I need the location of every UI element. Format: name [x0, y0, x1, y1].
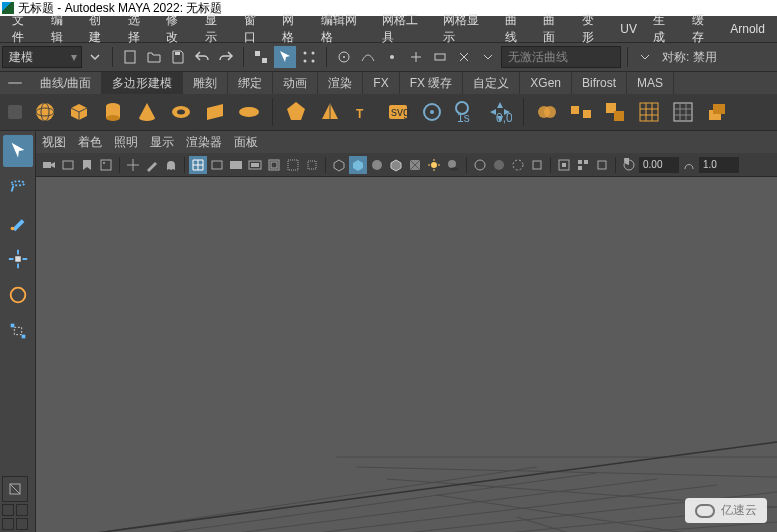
last-tool-icon[interactable]	[2, 476, 28, 502]
camera-bookmark-icon[interactable]	[78, 156, 96, 174]
menu-edit-mesh[interactable]: 编辑网格	[313, 8, 374, 50]
textured-icon[interactable]	[406, 156, 424, 174]
poly-sphere-icon[interactable]	[30, 97, 60, 127]
panel-menu-panels[interactable]: 面板	[234, 134, 258, 151]
open-scene-icon[interactable]	[143, 46, 165, 68]
menu-mesh[interactable]: 网格	[274, 8, 313, 50]
component-id-icon[interactable]	[555, 156, 573, 174]
undo-icon[interactable]	[191, 46, 213, 68]
shelf-editor-icon[interactable]	[0, 94, 30, 130]
paint-select-tool[interactable]	[3, 207, 33, 239]
menu-uv[interactable]: UV	[612, 18, 645, 40]
scale-tool[interactable]	[3, 315, 33, 347]
move-tool[interactable]	[3, 243, 33, 275]
snap-projected-icon[interactable]	[405, 46, 427, 68]
chevron-down-icon[interactable]	[477, 46, 499, 68]
lasso-tool[interactable]	[3, 171, 33, 203]
menu-curves[interactable]: 曲线	[497, 8, 536, 50]
menu-file[interactable]: 文件	[4, 8, 43, 50]
gamma-icon[interactable]	[680, 156, 698, 174]
panel-menu-lighting[interactable]: 照明	[114, 134, 138, 151]
snap-grid-icon[interactable]	[333, 46, 355, 68]
separate-icon[interactable]	[566, 97, 596, 127]
menu-arnold[interactable]: Arnold	[722, 18, 773, 40]
shelf-tab-rigging[interactable]: 绑定	[228, 72, 273, 94]
snap-curve-icon[interactable]	[357, 46, 379, 68]
use-all-lights-icon[interactable]	[425, 156, 443, 174]
menu-deform[interactable]: 变形	[574, 8, 613, 50]
redo-icon[interactable]	[215, 46, 237, 68]
xray-joints-icon[interactable]	[509, 156, 527, 174]
shadows-icon[interactable]	[444, 156, 462, 174]
menu-display[interactable]: 显示	[197, 8, 236, 50]
film-gate-icon[interactable]	[208, 156, 226, 174]
gate-mask-icon[interactable]	[246, 156, 264, 174]
booleans-icon[interactable]	[600, 97, 630, 127]
select-by-object-icon[interactable]	[274, 46, 296, 68]
grid-toggle-icon[interactable]	[189, 156, 207, 174]
motion-path-icon[interactable]: 1s	[451, 97, 481, 127]
grease-pencil-icon[interactable]	[143, 156, 161, 174]
symmetry-label[interactable]: 对称: 禁用	[658, 49, 717, 66]
sel-highlight-icon[interactable]	[528, 156, 546, 174]
panel-menu-show[interactable]: 显示	[150, 134, 174, 151]
wireframe-icon[interactable]	[330, 156, 348, 174]
select-by-component-icon[interactable]	[298, 46, 320, 68]
layout-four-icon[interactable]	[16, 504, 28, 516]
snap-plane-icon[interactable]	[429, 46, 451, 68]
shelf-tab-fx[interactable]: FX	[363, 72, 399, 94]
use-default-material-icon[interactable]	[368, 156, 386, 174]
menu-mesh-tools[interactable]: 网格工具	[374, 8, 435, 50]
smooth-shade-icon[interactable]	[349, 156, 367, 174]
poly-pyramid-icon[interactable]	[315, 97, 345, 127]
shelf-tab-rendering[interactable]: 渲染	[318, 72, 363, 94]
select-by-hierarchy-icon[interactable]	[250, 46, 272, 68]
layout-single-icon[interactable]	[2, 504, 14, 516]
camera-lock-icon[interactable]	[59, 156, 77, 174]
viewport[interactable]: 亿速云	[36, 177, 777, 532]
layout-two-v-icon[interactable]	[16, 518, 28, 530]
shelf-tab-animation[interactable]: 动画	[273, 72, 318, 94]
shelf-tab-poly[interactable]: 多边形建模	[102, 72, 183, 94]
shelf-options-icon[interactable]	[0, 72, 30, 94]
smooth-icon[interactable]	[634, 97, 664, 127]
poly-count-icon[interactable]	[574, 156, 592, 174]
snap-live-icon[interactable]	[453, 46, 475, 68]
poly-cone-icon[interactable]	[132, 97, 162, 127]
menu-mesh-display[interactable]: 网格显示	[435, 8, 496, 50]
image-plane-icon[interactable]	[97, 156, 115, 174]
extrude-icon[interactable]	[702, 97, 732, 127]
poly-cylinder-icon[interactable]	[98, 97, 128, 127]
shelf-tab-xgen[interactable]: XGen	[520, 72, 572, 94]
snap-to-origin-icon[interactable]: 0,0	[485, 97, 515, 127]
reduce-icon[interactable]	[668, 97, 698, 127]
poly-torus-icon[interactable]	[166, 97, 196, 127]
xray-icon[interactable]	[490, 156, 508, 174]
svg-import-icon[interactable]: svg	[383, 97, 413, 127]
shelf-tab-bifrost[interactable]: Bifrost	[572, 72, 627, 94]
2d-pan-icon[interactable]	[124, 156, 142, 174]
menu-modify[interactable]: 修改	[158, 8, 197, 50]
camera-select-icon[interactable]	[40, 156, 58, 174]
panel-menu-renderer[interactable]: 渲染器	[186, 134, 222, 151]
shelf-tab-sculpt[interactable]: 雕刻	[183, 72, 228, 94]
combine-icon[interactable]	[532, 97, 562, 127]
exposure-value[interactable]: 0.00	[639, 157, 679, 173]
shelf-tab-mash[interactable]: MAS	[627, 72, 674, 94]
ghost-icon[interactable]	[162, 156, 180, 174]
layout-two-h-icon[interactable]	[2, 518, 14, 530]
safe-title-icon[interactable]	[303, 156, 321, 174]
exposure-icon[interactable]	[620, 156, 638, 174]
shelf-tab-curves[interactable]: 曲线/曲面	[30, 72, 102, 94]
panel-menu-view[interactable]: 视图	[42, 134, 66, 151]
menu-select[interactable]: 选择	[120, 8, 159, 50]
panel-menu-shading[interactable]: 着色	[78, 134, 102, 151]
shelf-tab-fxcache[interactable]: FX 缓存	[400, 72, 464, 94]
menu-cache[interactable]: 缓存	[684, 8, 723, 50]
workspace-selector[interactable]: 建模	[2, 46, 82, 68]
select-tool[interactable]	[3, 135, 33, 167]
gamma-value[interactable]: 1.0	[699, 157, 739, 173]
menu-surfaces[interactable]: 曲面	[535, 8, 574, 50]
super-shapes-icon[interactable]	[417, 97, 447, 127]
save-scene-icon[interactable]	[167, 46, 189, 68]
